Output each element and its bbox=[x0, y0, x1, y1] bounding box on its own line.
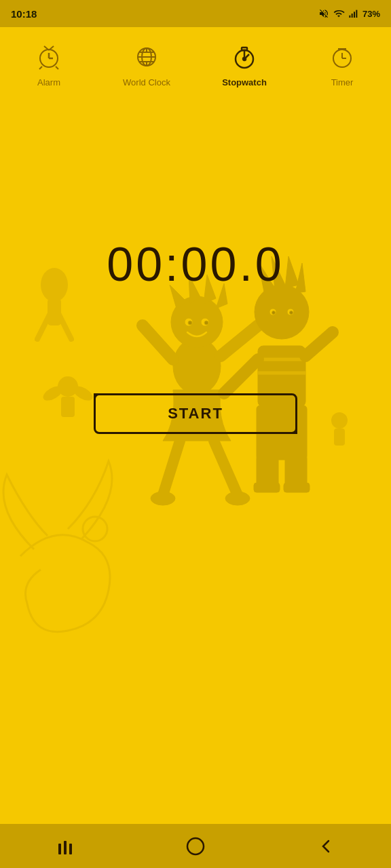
svg-point-73 bbox=[83, 517, 107, 541]
start-button-container: START bbox=[94, 393, 297, 434]
svg-rect-75 bbox=[64, 841, 67, 854]
svg-rect-61 bbox=[254, 483, 280, 492]
alarm-tab-icon bbox=[34, 42, 64, 72]
svg-rect-1 bbox=[352, 14, 353, 18]
svg-line-31 bbox=[58, 312, 71, 339]
svg-rect-74 bbox=[58, 844, 61, 854]
svg-rect-0 bbox=[349, 16, 350, 18]
start-button[interactable]: START bbox=[94, 393, 297, 434]
stopwatch-tab-label: Stopwatch bbox=[222, 77, 267, 87]
recent-apps-button[interactable] bbox=[45, 833, 86, 860]
nav-bar bbox=[0, 824, 391, 868]
back-button[interactable] bbox=[305, 833, 346, 860]
svg-rect-72 bbox=[334, 429, 345, 446]
timer-tab-label: Timer bbox=[331, 77, 354, 87]
timer-tab-icon bbox=[327, 42, 357, 72]
recent-apps-icon bbox=[56, 837, 75, 856]
home-button[interactable] bbox=[175, 833, 216, 860]
status-bar: 10:18 73% bbox=[0, 0, 391, 27]
back-icon bbox=[316, 837, 335, 856]
svg-point-22 bbox=[243, 58, 246, 60]
svg-line-40 bbox=[163, 441, 180, 495]
svg-line-10 bbox=[56, 66, 58, 69]
svg-rect-2 bbox=[354, 12, 355, 18]
svg-rect-68 bbox=[61, 397, 75, 417]
battery-level: 73% bbox=[362, 9, 380, 19]
svg-line-38 bbox=[143, 326, 173, 359]
tab-alarm[interactable]: Alarm bbox=[0, 42, 98, 87]
svg-rect-19 bbox=[242, 47, 247, 50]
tab-stopwatch[interactable]: Stopwatch bbox=[196, 42, 293, 87]
svg-rect-3 bbox=[356, 10, 357, 18]
status-time: 10:18 bbox=[11, 8, 37, 20]
svg-rect-62 bbox=[284, 483, 310, 492]
alarm-tab-label: Alarm bbox=[37, 77, 60, 87]
tab-timer[interactable]: Timer bbox=[293, 42, 391, 87]
status-icons: 73% bbox=[318, 8, 380, 19]
svg-point-42 bbox=[151, 492, 175, 505]
svg-line-41 bbox=[214, 441, 238, 495]
svg-line-9 bbox=[39, 66, 42, 69]
signal-icon bbox=[348, 8, 359, 19]
svg-point-51 bbox=[255, 285, 309, 339]
stopwatch-time: 00:00.0 bbox=[107, 238, 284, 291]
svg-line-57 bbox=[305, 332, 333, 356]
svg-rect-76 bbox=[69, 844, 72, 854]
home-icon bbox=[185, 835, 206, 857]
svg-line-39 bbox=[221, 326, 258, 356]
svg-point-46 bbox=[188, 321, 192, 325]
world-clock-tab-label: World Clock bbox=[123, 77, 170, 87]
svg-point-71 bbox=[331, 412, 348, 429]
wifi-icon bbox=[333, 8, 345, 19]
tab-world-clock[interactable]: World Clock bbox=[98, 42, 196, 87]
svg-line-30 bbox=[37, 312, 51, 339]
svg-line-56 bbox=[224, 359, 258, 393]
mute-icon bbox=[318, 8, 329, 19]
svg-point-47 bbox=[204, 321, 208, 325]
anime-background bbox=[0, 102, 391, 807]
nav-tabs: Alarm World Clock bbox=[0, 27, 391, 102]
main-content: 00:00.0 START bbox=[0, 102, 391, 807]
svg-point-77 bbox=[187, 838, 204, 854]
stopwatch-tab-icon bbox=[229, 42, 259, 72]
world-clock-tab-icon bbox=[132, 42, 162, 72]
svg-point-66 bbox=[290, 311, 293, 315]
svg-point-43 bbox=[225, 492, 250, 505]
svg-point-65 bbox=[272, 311, 276, 315]
stopwatch-display: 00:00.0 bbox=[0, 237, 391, 292]
